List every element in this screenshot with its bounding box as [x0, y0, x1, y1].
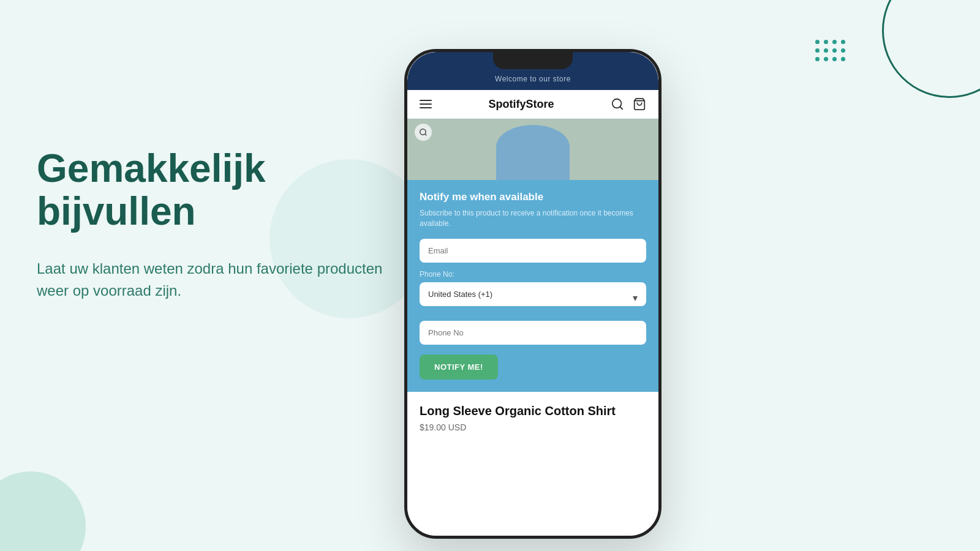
email-input[interactable] — [420, 239, 646, 263]
svg-line-4 — [425, 134, 427, 136]
left-content-section: Gemakkelijk bijvullen Laat uw klanten we… — [37, 147, 392, 302]
cart-icon[interactable] — [633, 97, 646, 111]
nav-icons — [611, 97, 646, 111]
country-select-wrapper: United States (+1) United Kingdom (+44) … — [420, 282, 646, 313]
dots-decoration — [815, 40, 845, 61]
product-price: $19.00 USD — [420, 422, 646, 432]
product-image — [496, 125, 570, 180]
search-icon[interactable] — [611, 97, 624, 111]
svg-line-1 — [620, 107, 622, 109]
notify-title: Notify me when available — [420, 191, 646, 203]
product-info: Long Sleeve Organic Cotton Shirt $19.00 … — [407, 392, 658, 443]
country-select[interactable]: United States (+1) United Kingdom (+44) … — [420, 282, 646, 306]
product-image-area — [407, 119, 658, 180]
phone-mockup: Welcome to our store SpotifyStore — [404, 49, 662, 539]
notify-description: Subscribe to this product to receive a n… — [420, 208, 646, 229]
store-banner-text: Welcome to our store — [495, 75, 571, 83]
nav-logo: SpotifyStore — [488, 98, 554, 111]
product-title: Long Sleeve Organic Cotton Shirt — [420, 403, 646, 419]
phone-label: Phone No: — [420, 270, 646, 279]
nav-bar: SpotifyStore — [407, 90, 658, 119]
svg-point-3 — [420, 129, 426, 135]
decorative-circle-bottom-left — [0, 471, 86, 551]
headline: Gemakkelijk bijvullen — [37, 147, 392, 233]
notify-button[interactable]: NOTIFY ME! — [420, 354, 498, 380]
notify-panel: Notify me when available Subscribe to th… — [407, 180, 658, 392]
zoom-icon[interactable] — [415, 124, 432, 141]
phone-screen: Welcome to our store SpotifyStore — [407, 52, 658, 536]
phone-input[interactable] — [420, 321, 646, 345]
hamburger-icon[interactable] — [420, 100, 432, 108]
subtext: Laat uw klanten weten zodra hun favoriet… — [37, 258, 392, 302]
decorative-circle-top-right — [882, 0, 980, 98]
phone-frame: Welcome to our store SpotifyStore — [404, 49, 662, 539]
phone-notch — [493, 52, 573, 69]
